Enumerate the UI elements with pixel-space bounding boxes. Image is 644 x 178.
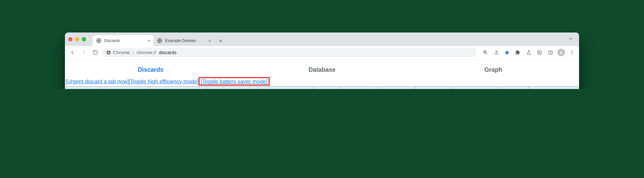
browser-tab-discards[interactable]: Discards × <box>93 35 154 46</box>
toggle-high-efficiency-link[interactable]: [Toggle high efficiency mode] <box>129 78 198 84</box>
tab-strip: Discards × Example Domain × + <box>93 32 225 46</box>
svg-point-10 <box>572 52 572 53</box>
sidepanel-icon[interactable] <box>546 48 555 57</box>
url-path: discards <box>159 50 176 55</box>
col-tab-title[interactable]: Tab Title <box>207 87 258 89</box>
nav-reload-button[interactable] <box>91 48 100 57</box>
urgent-discard-link[interactable]: [Urgent discard a tab now] <box>66 78 129 84</box>
col-reactivation-score[interactable]: Reactivation Score <box>100 87 149 89</box>
col-discard-count[interactable]: Discard Count <box>415 87 453 89</box>
col-visibility[interactable]: Visibility <box>313 87 340 89</box>
profile-avatar[interactable] <box>557 48 566 57</box>
extensions-icon[interactable] <box>514 48 522 57</box>
lens-icon[interactable] <box>535 48 544 57</box>
svg-point-9 <box>572 50 572 51</box>
page-content: Discards Database Graph [Urgent discard … <box>65 60 579 89</box>
globe-icon <box>157 38 162 43</box>
omnibox-separator: | <box>132 50 134 55</box>
nav-forward-button[interactable] <box>79 48 88 57</box>
svg-point-5 <box>538 50 542 54</box>
globe-icon <box>96 38 102 43</box>
page-subtabs: Discards Database Graph <box>65 63 579 78</box>
svg-point-11 <box>572 54 572 54</box>
action-links: [Urgent discard a tab now][Toggle high e… <box>65 78 579 86</box>
subtab-database[interactable]: Database <box>236 63 408 78</box>
col-tab-url[interactable]: Tab URL <box>258 87 313 89</box>
svg-point-3 <box>108 52 110 53</box>
window-minimize-button[interactable] <box>75 37 79 41</box>
browser-tab-title: Example Domain <box>165 38 196 43</box>
subtab-discards[interactable]: Discards <box>65 63 236 78</box>
url-host: chrome:// <box>136 50 156 55</box>
svg-point-8 <box>560 51 562 52</box>
col-loading-state[interactable]: Loading State <box>340 87 376 89</box>
share-icon[interactable] <box>492 48 500 57</box>
subtab-graph[interactable]: Graph <box>408 63 579 78</box>
new-tab-button[interactable]: + <box>216 36 225 46</box>
menu-icon[interactable] <box>568 48 576 57</box>
browser-tab-title: Discards <box>104 38 120 43</box>
browser-tab-example[interactable]: Example Domain × <box>154 35 214 46</box>
tab-close-button[interactable]: × <box>208 38 211 43</box>
window-controls <box>68 37 86 41</box>
col-site-engagement[interactable]: Site Engagement Score <box>149 87 207 89</box>
toolbar-action-icons <box>481 48 576 57</box>
col-lifecycle-state[interactable]: Lifecycle State <box>376 87 415 89</box>
scheme-chip: Chrome <box>106 50 130 55</box>
scheme-label: Chrome <box>113 50 130 55</box>
titlebar: Discards × Example Domain × + <box>65 32 579 46</box>
tab-list-dropdown[interactable] <box>566 35 576 43</box>
labs-icon[interactable] <box>524 48 533 57</box>
col-actions[interactable]: Actions <box>528 87 578 89</box>
window-close-button[interactable] <box>68 37 72 41</box>
browser-window: Discards × Example Domain × + <box>65 32 579 89</box>
omnibox[interactable]: Chrome | chrome://discards <box>102 48 477 57</box>
zoom-icon[interactable] <box>481 48 490 57</box>
window-maximize-button[interactable] <box>82 37 86 41</box>
col-auto-discardable[interactable]: Auto Discardable <box>453 87 498 89</box>
toggle-battery-saver-link[interactable]: [Toggle battery saver mode] <box>200 78 268 84</box>
svg-rect-7 <box>548 51 552 54</box>
table-header-row: Utility Rank▲ Reactivation Score Site En… <box>66 87 578 89</box>
url-toolbar: Chrome | chrome://discards <box>65 46 579 60</box>
svg-point-6 <box>539 52 540 53</box>
discards-table: Utility Rank▲ Reactivation Score Site En… <box>66 86 578 89</box>
tab-close-button[interactable]: × <box>148 38 150 43</box>
col-last-active[interactable]: Last Active <box>498 87 528 89</box>
col-utility-rank[interactable]: Utility Rank▲ <box>66 87 100 89</box>
bookmark-star-icon[interactable] <box>502 48 512 57</box>
nav-back-button[interactable] <box>68 48 77 57</box>
